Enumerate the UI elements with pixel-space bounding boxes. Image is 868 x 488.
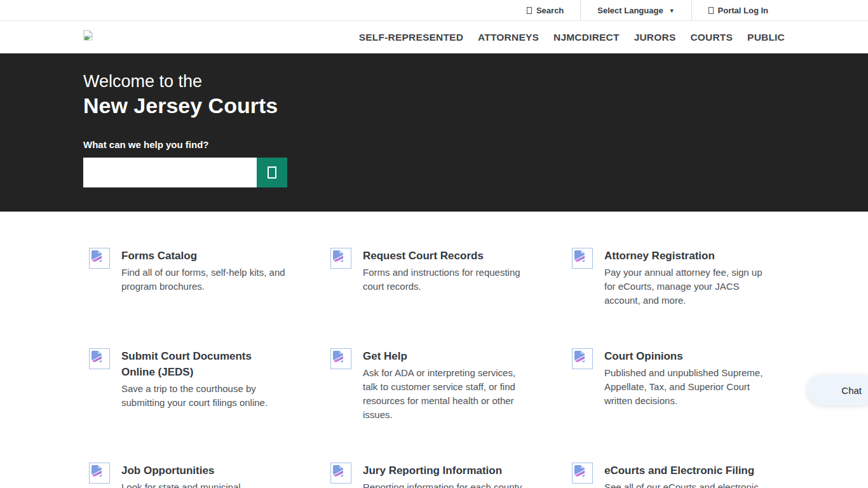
nav-link-njmcdirect[interactable]: NJMCDIRECT [553, 32, 620, 43]
card-get-help[interactable]: Get Help Ask for ADA or interpreting ser… [330, 348, 572, 422]
card-title[interactable]: Jury Reporting Information [363, 464, 502, 477]
broken-image-icon [330, 348, 351, 369]
utility-bar: Search Select Language ▼ Portal Log In [0, 0, 868, 21]
card-description: Ask for ADA or interpreting services, ta… [363, 366, 529, 422]
nav-link-attorneys[interactable]: ATTORNEYS [478, 32, 539, 43]
card-description: Reporting information for each county is [363, 480, 529, 488]
card-title[interactable]: Request Court Records [363, 250, 484, 262]
card-description: Look for state and municipal opportuniti… [121, 480, 288, 488]
broken-image-icon [572, 463, 593, 484]
card-description: Published and unpublished Supreme, Appel… [604, 366, 771, 408]
card-title[interactable]: Court Opinions [604, 350, 683, 362]
card-title[interactable]: Submit Court Documents Online (JEDS) [121, 350, 252, 378]
language-selector-label: Select Language [597, 6, 663, 15]
card-title[interactable]: eCourts and Electronic Filing [604, 464, 754, 477]
card-title[interactable]: Attorney Registration [604, 250, 715, 262]
card-job-opportunities[interactable]: Job Opportunities Look for state and mun… [89, 463, 330, 488]
chevron-down-icon: ▼ [669, 8, 675, 14]
broken-image-icon [330, 463, 351, 484]
card-description: See all of our eCourts and electronic fi… [604, 480, 771, 488]
site-logo[interactable] [83, 30, 93, 41]
card-description: Pay your annual attorney fee, sign up fo… [604, 266, 771, 308]
search-prompt-label: What can we help you find? [83, 139, 785, 150]
page-title: New Jersey Courts [83, 93, 785, 118]
chat-button-label: Chat [841, 385, 862, 396]
search-link-label: Search [536, 6, 564, 15]
hero-search [83, 158, 785, 187]
nav-link-courts[interactable]: COURTS [690, 32, 733, 43]
broken-image-icon [89, 348, 110, 369]
broken-image-icon [330, 248, 351, 269]
portal-login-link[interactable]: Portal Log In [692, 0, 785, 21]
hero-search-input[interactable] [83, 158, 257, 187]
broken-image-icon [83, 30, 93, 41]
card-attorney-registration[interactable]: Attorney Registration Pay your annual at… [572, 248, 813, 308]
nav-links: SELF-REPRESENTEDATTORNEYSNJMCDIRECTJUROR… [359, 32, 785, 43]
card-ecourts-and-electronic-filing[interactable]: eCourts and Electronic Filing See all of… [572, 463, 813, 488]
card-jury-reporting-information[interactable]: Jury Reporting Information Reporting inf… [330, 463, 572, 488]
broken-image-icon [572, 248, 593, 269]
hero-banner: Welcome to the New Jersey Courts What ca… [0, 53, 868, 212]
search-link[interactable]: Search [510, 0, 580, 21]
language-selector[interactable]: Select Language ▼ [581, 0, 691, 21]
nav-link-jurors[interactable]: JURORS [634, 32, 676, 43]
quick-links-section: Forms Catalog Find all of our forms, sel… [0, 212, 868, 488]
card-title[interactable]: Forms Catalog [121, 250, 197, 262]
quick-links-grid: Forms Catalog Find all of our forms, sel… [89, 248, 785, 488]
broken-image-icon [89, 248, 110, 269]
search-submit-icon [268, 166, 276, 179]
card-description: Save a trip to the courthouse by submitt… [121, 382, 288, 410]
card-description: Forms and instructions for requesting co… [363, 266, 529, 294]
nav-link-self-represented[interactable]: SELF-REPRESENTED [359, 32, 463, 43]
card-court-opinions[interactable]: Court Opinions Published and unpublished… [572, 348, 813, 422]
search-icon [527, 7, 532, 14]
hero-welcome-text: Welcome to the [83, 70, 785, 93]
chat-button[interactable]: Chat [807, 375, 868, 405]
card-submit-court-documents-online-jeds[interactable]: Submit Court Documents Online (JEDS) Sav… [89, 348, 330, 422]
card-title[interactable]: Job Opportunities [121, 464, 214, 477]
portal-login-icon [709, 7, 714, 14]
broken-image-icon [572, 348, 593, 369]
broken-image-icon [89, 463, 110, 484]
card-title[interactable]: Get Help [363, 350, 407, 362]
nav-link-public[interactable]: PUBLIC [747, 32, 785, 43]
portal-login-label: Portal Log In [718, 6, 768, 15]
hero-search-button[interactable] [257, 158, 287, 187]
primary-nav: SELF-REPRESENTEDATTORNEYSNJMCDIRECTJUROR… [0, 21, 868, 53]
card-forms-catalog[interactable]: Forms Catalog Find all of our forms, sel… [89, 248, 330, 308]
card-request-court-records[interactable]: Request Court Records Forms and instruct… [330, 248, 572, 308]
card-description: Find all of our forms, self-help kits, a… [121, 266, 288, 294]
